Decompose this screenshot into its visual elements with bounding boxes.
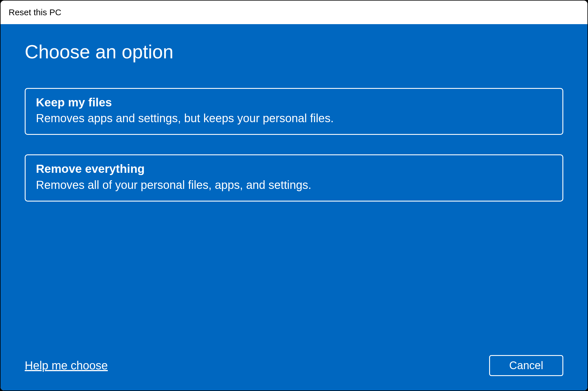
reset-pc-dialog: Reset this PC Choose an option Keep my f… xyxy=(0,0,588,391)
option-description: Removes all of your personal files, apps… xyxy=(36,177,552,193)
titlebar: Reset this PC xyxy=(1,1,587,24)
page-heading: Choose an option xyxy=(25,41,563,63)
options-list: Keep my files Removes apps and settings,… xyxy=(25,88,563,202)
option-remove-everything[interactable]: Remove everything Removes all of your pe… xyxy=(25,154,563,201)
dialog-footer: Help me choose Cancel xyxy=(25,355,563,376)
option-title: Remove everything xyxy=(36,162,552,176)
help-me-choose-link[interactable]: Help me choose xyxy=(25,359,108,372)
option-title: Keep my files xyxy=(36,95,552,110)
dialog-content: Choose an option Keep my files Removes a… xyxy=(1,24,587,390)
cancel-button[interactable]: Cancel xyxy=(489,355,563,376)
window-title: Reset this PC xyxy=(9,7,61,17)
option-description: Removes apps and settings, but keeps you… xyxy=(36,110,552,126)
option-keep-my-files[interactable]: Keep my files Removes apps and settings,… xyxy=(25,88,563,135)
